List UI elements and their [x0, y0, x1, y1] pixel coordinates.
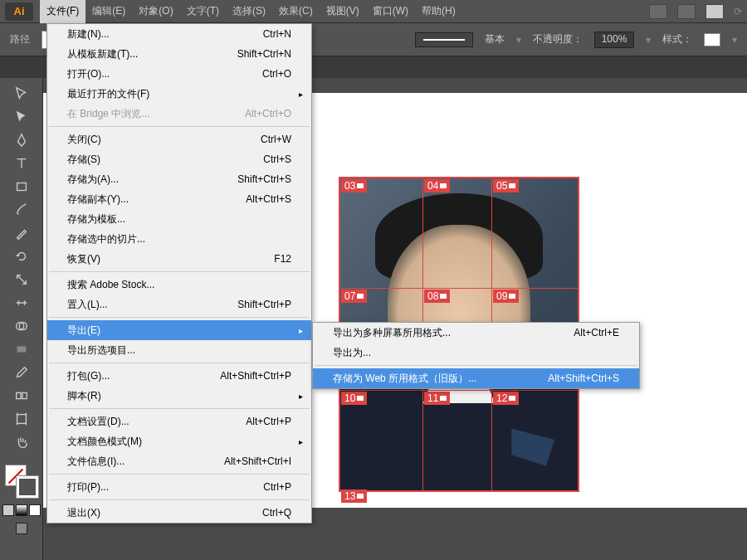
file-menu-item-23[interactable]: 文档设置(D)...Alt+Ctrl+P: [47, 411, 311, 431]
width-tool[interactable]: [11, 292, 32, 314]
file-menu-dropdown: 新建(N)...Ctrl+N从模板新建(T)...Shift+Ctrl+N打开(…: [46, 23, 312, 523]
screen-mode[interactable]: [16, 523, 27, 534]
pencil-tool[interactable]: [11, 222, 32, 244]
menu-edit[interactable]: 编辑(E): [85, 0, 132, 23]
export-submenu-item-0[interactable]: 导出为多种屏幕所用格式...Alt+Ctrl+E: [313, 323, 639, 343]
slice-10: 10: [341, 392, 367, 405]
stock-icon[interactable]: [677, 4, 696, 19]
color-mode-gradient[interactable]: [16, 504, 27, 516]
file-menu-item-2[interactable]: 打开(O)...Ctrl+O: [47, 64, 311, 84]
opacity-label: 不透明度：: [533, 32, 583, 46]
blend-tool[interactable]: [11, 385, 32, 407]
rectangle-tool[interactable]: [11, 176, 32, 197]
export-submenu-item-1[interactable]: 导出为...: [313, 343, 639, 363]
bridge-icon[interactable]: [649, 4, 667, 19]
file-menu-item-8[interactable]: 存储为(A)...Shift+Ctrl+S: [47, 169, 311, 189]
shape-builder-tool[interactable]: [11, 315, 32, 337]
menu-shortcut: Shift+Ctrl+S: [237, 173, 291, 185]
file-menu-item-15[interactable]: 置入(L)...Shift+Ctrl+P: [47, 295, 311, 314]
opacity-input[interactable]: 100%: [594, 32, 634, 48]
menu-shortcut: Alt+Shift+Ctrl+I: [224, 455, 291, 467]
file-menu-item-10[interactable]: 存储为模板...: [47, 209, 311, 229]
style-swatch[interactable]: [704, 33, 720, 46]
menu-shortcut: Shift+Ctrl+N: [237, 48, 291, 60]
direct-selection-tool[interactable]: [11, 106, 32, 128]
file-menu-item-18[interactable]: 导出所选项目...: [47, 340, 311, 360]
file-menu-item-1[interactable]: 从模板新建(T)...Shift+Ctrl+N: [47, 44, 311, 64]
file-menu-item-24[interactable]: 文档颜色模式(M)▸: [47, 431, 311, 451]
menu-shortcut: Ctrl+O: [262, 68, 291, 80]
file-menu-item-7[interactable]: 存储(S)Ctrl+S: [47, 149, 311, 169]
menu-label: 存储为模板...: [67, 212, 125, 226]
menu-select[interactable]: 选择(S): [226, 0, 272, 23]
menu-label: 导出为...: [333, 346, 371, 360]
slice-05: 05: [493, 179, 519, 192]
menu-label: 新建(N)...: [67, 27, 110, 41]
menubar: Ai 文件(F) 编辑(E) 对象(O) 文字(T) 选择(S) 效果(C) 视…: [0, 0, 747, 23]
file-menu-item-14[interactable]: 搜索 Adobe Stock...: [47, 275, 311, 295]
submenu-arrow-icon: ▸: [299, 437, 303, 446]
hand-tool[interactable]: [11, 431, 32, 453]
menu-label: 从模板新建(T)...: [67, 47, 138, 61]
stroke-indicator[interactable]: [17, 476, 38, 498]
menu-help[interactable]: 帮助(H): [415, 0, 462, 23]
menu-effect[interactable]: 效果(C): [272, 0, 320, 23]
file-menu-item-11[interactable]: 存储选中的切片...: [47, 229, 311, 249]
arrange-icon[interactable]: [706, 4, 724, 19]
sync-icon[interactable]: ⟳: [734, 6, 742, 17]
fill-stroke-indicator[interactable]: [5, 465, 38, 498]
export-submenu: 导出为多种屏幕所用格式...Alt+Ctrl+E导出为...存储为 Web 所用…: [312, 322, 640, 389]
file-menu-item-27[interactable]: 打印(P)...Ctrl+P: [47, 477, 311, 497]
color-mode-none[interactable]: [29, 504, 41, 516]
file-menu-item-3[interactable]: 最近打开的文件(F)▸: [47, 84, 311, 104]
export-submenu-item-3[interactable]: 存储为 Web 所用格式（旧版）...Alt+Shift+Ctrl+S: [313, 368, 639, 388]
menu-label: 在 Bridge 中浏览...: [67, 107, 149, 121]
scale-tool[interactable]: [11, 269, 32, 290]
file-menu-item-12[interactable]: 恢复(V)F12: [47, 249, 311, 269]
basic-label: 基本: [485, 32, 505, 46]
menu-label: 存储选中的切片...: [67, 232, 145, 246]
paintbrush-tool[interactable]: [11, 199, 32, 221]
menu-label: 导出为多种屏幕所用格式...: [333, 326, 451, 340]
svg-rect-4: [16, 392, 20, 398]
submenu-arrow-icon: ▸: [299, 90, 303, 99]
file-menu-item-0[interactable]: 新建(N)...Ctrl+N: [47, 24, 311, 44]
file-menu-item-25[interactable]: 文件信息(I)...Alt+Shift+Ctrl+I: [47, 451, 311, 471]
menubar-right: ⟳: [649, 4, 742, 19]
svg-rect-0: [17, 183, 26, 191]
svg-rect-6: [17, 415, 26, 424]
color-mode-normal[interactable]: [2, 504, 14, 516]
submenu-arrow-icon: ▸: [299, 392, 303, 401]
menu-label: 存储(S): [67, 153, 100, 167]
file-menu-item-20[interactable]: 打包(G)...Alt+Shift+Ctrl+P: [47, 366, 311, 386]
pen-tool[interactable]: [11, 129, 32, 151]
logo-text: Ai: [14, 5, 25, 17]
menu-label: 打包(G)...: [67, 369, 110, 383]
menu-label: 文档颜色模式(M): [67, 435, 142, 449]
rotate-tool[interactable]: [11, 246, 32, 267]
menu-window[interactable]: 窗口(W): [366, 0, 415, 23]
menu-label: 脚本(R): [67, 389, 101, 403]
file-menu-item-6[interactable]: 关闭(C)Ctrl+W: [47, 129, 311, 149]
selection-tool[interactable]: [11, 83, 32, 105]
menu-shortcut: Alt+Ctrl+O: [245, 108, 291, 119]
menu-view[interactable]: 视图(V): [320, 0, 366, 23]
menu-label: 恢复(V): [67, 252, 100, 266]
menu-type[interactable]: 文字(T): [180, 0, 226, 23]
eyedropper-tool[interactable]: [11, 362, 32, 383]
menu-object[interactable]: 对象(O): [132, 0, 179, 23]
style-label: 样式：: [662, 32, 692, 46]
artboard-tool[interactable]: [11, 408, 32, 430]
gradient-tool[interactable]: [11, 338, 32, 360]
file-menu-item-21[interactable]: 脚本(R)▸: [47, 386, 311, 406]
file-menu-item-17[interactable]: 导出(E)▸: [47, 320, 311, 340]
slice-07: 07: [341, 290, 367, 303]
menu-file[interactable]: 文件(F): [40, 0, 85, 23]
type-tool[interactable]: [11, 153, 32, 174]
menu-shortcut: Alt+Shift+Ctrl+S: [548, 373, 619, 384]
menu-label: 打开(O)...: [67, 67, 110, 81]
file-menu-item-29[interactable]: 退出(X)Ctrl+Q: [47, 503, 311, 523]
file-menu-item-9[interactable]: 存储副本(Y)...Alt+Ctrl+S: [47, 189, 311, 209]
menu-label: 存储副本(Y)...: [67, 192, 129, 207]
stroke-style[interactable]: [415, 32, 473, 47]
